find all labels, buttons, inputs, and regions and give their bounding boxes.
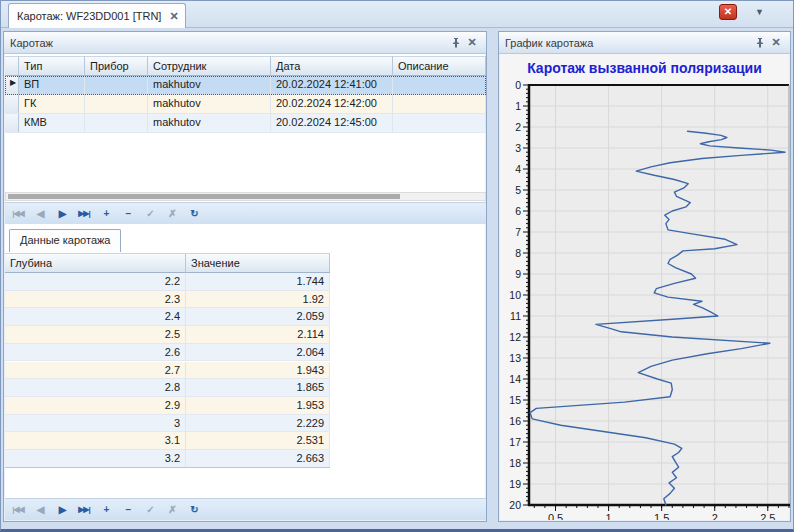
grid-cell[interactable]: 2.6 [5, 344, 186, 361]
table-row[interactable]: 2.81.865 [5, 379, 330, 397]
grid-cell[interactable]: ВП [19, 76, 85, 94]
pin-icon[interactable] [752, 35, 768, 51]
y-tick-label: 2 [515, 121, 521, 133]
column-header[interactable]: Глубина [5, 253, 186, 273]
y-tick-label: 5 [515, 184, 521, 196]
table-row[interactable]: ГКmakhutov20.02.2024 12:42:00 [5, 95, 486, 114]
grid-cell[interactable] [393, 95, 486, 113]
grid-cell[interactable]: 2.059 [186, 308, 330, 325]
nav-insert-button[interactable]: + [97, 501, 115, 519]
grid-cell[interactable]: 2.3 [5, 291, 186, 308]
y-tick-label: 13 [509, 352, 521, 364]
grid-cell[interactable]: 2.9 [5, 397, 186, 414]
grid-cell[interactable]: 2.064 [186, 344, 330, 361]
grid-cell[interactable] [393, 76, 486, 94]
tab-list-dropdown-icon[interactable]: ▼ [755, 7, 764, 17]
grid-cell[interactable]: 2.2 [5, 273, 186, 290]
nav-post-button[interactable]: ✓ [141, 205, 159, 223]
table-row[interactable]: 2.71.943 [5, 362, 330, 380]
y-tick-label: 1 [515, 100, 521, 112]
table-row[interactable]: 2.52.114 [5, 326, 330, 344]
table-row[interactable]: 2.62.064 [5, 344, 330, 362]
scrollbar-thumb[interactable] [8, 194, 400, 199]
grid-cell[interactable]: 3.2 [5, 450, 186, 467]
nav-next-button[interactable]: ▶ [53, 205, 71, 223]
nav-post-button[interactable]: ✓ [141, 501, 159, 519]
karotazh-panel-header: Каротаж ✕ [4, 32, 486, 54]
table-row[interactable]: 3.22.663 [5, 450, 330, 468]
grid-cell[interactable]: 1.92 [186, 291, 330, 308]
column-header[interactable]: Прибор [85, 56, 148, 76]
tab-dannye-karotazha[interactable]: Данные каротажа [9, 229, 121, 252]
table-row[interactable]: 2.31.92 [5, 291, 330, 309]
x-tick-label: 1.5 [654, 512, 669, 520]
table-row[interactable]: 2.91.953 [5, 397, 330, 415]
nav-prior-button[interactable]: ◀ [31, 501, 49, 519]
grid-cell[interactable]: 2.229 [186, 415, 330, 432]
table-row[interactable]: 2.42.059 [5, 308, 330, 326]
grid-cell[interactable]: 20.02.2024 12:42:00 [271, 95, 393, 113]
grid-cell[interactable]: 3 [5, 415, 186, 432]
close-icon[interactable]: ✕ [464, 35, 480, 51]
grid-cell[interactable]: 2.7 [5, 362, 186, 379]
grid-cell[interactable]: 2.8 [5, 379, 186, 396]
column-header[interactable]: Тип [19, 56, 85, 76]
table-row[interactable]: ▶ВПmakhutov20.02.2024 12:41:00 [5, 76, 486, 95]
grid-cell[interactable] [85, 95, 148, 113]
tab-karotazh-document[interactable]: Каротаж: WF23DD001 [TRN] ✕ [8, 3, 186, 28]
grid-cell[interactable]: 20.02.2024 12:45:00 [271, 114, 393, 132]
grid-cell[interactable]: 20.02.2024 12:41:00 [271, 76, 393, 94]
pin-icon[interactable] [448, 35, 464, 51]
grid-cell[interactable]: 1.943 [186, 362, 330, 379]
nav-insert-button[interactable]: + [97, 205, 115, 223]
grid-cell[interactable] [85, 114, 148, 132]
nav-first-button[interactable]: |◀◀ [9, 501, 27, 519]
close-document-button[interactable]: ✕ [719, 4, 737, 20]
table-row[interactable]: 2.21.744 [5, 273, 330, 291]
close-icon[interactable]: ✕ [768, 35, 784, 51]
grid-cell[interactable]: КМВ [19, 114, 85, 132]
table-row[interactable]: КМВmakhutov20.02.2024 12:45:00 [5, 114, 486, 133]
nav-cancel-button[interactable]: ✗ [163, 501, 181, 519]
nav-first-button[interactable]: |◀◀ [9, 205, 27, 223]
grid-cell[interactable]: 2.531 [186, 432, 330, 449]
tab-close-icon[interactable]: ✕ [169, 10, 178, 23]
column-header[interactable]: Описание [393, 56, 486, 76]
y-tick-label: 11 [510, 310, 521, 322]
grid-cell[interactable] [85, 76, 148, 94]
column-header[interactable]: Сотрудник [148, 56, 271, 76]
y-tick-label: 17 [509, 436, 521, 448]
nav-refresh-button[interactable]: ↻ [185, 205, 203, 223]
grid-cell[interactable]: 2.5 [5, 326, 186, 343]
horizontal-scrollbar[interactable] [5, 192, 486, 201]
grid-cell[interactable]: 3.1 [5, 432, 186, 449]
nav-cancel-button[interactable]: ✗ [163, 205, 181, 223]
grid-cell[interactable]: 1.953 [186, 397, 330, 414]
nav-last-button[interactable]: ▶▶| [75, 205, 93, 223]
chart-panel-title: График каротажа [505, 37, 593, 49]
nav-prior-button[interactable]: ◀ [31, 205, 49, 223]
nav-delete-button[interactable]: − [119, 501, 137, 519]
table-row[interactable]: 3.12.531 [5, 432, 330, 450]
grid-cell[interactable]: makhutov [148, 76, 271, 94]
tab-title: Каротаж: WF23DD001 [TRN] [17, 10, 161, 22]
column-header[interactable]: Значение [186, 253, 330, 273]
nav-last-button[interactable]: ▶▶| [75, 501, 93, 519]
grid-cell[interactable] [393, 114, 486, 132]
grid-cell[interactable]: ГК [19, 95, 85, 113]
column-header[interactable]: Дата [271, 56, 393, 76]
grid-cell[interactable]: makhutov [148, 114, 271, 132]
nav-refresh-button[interactable]: ↻ [185, 501, 203, 519]
nav-next-button[interactable]: ▶ [53, 501, 71, 519]
grid-cell[interactable]: makhutov [148, 95, 271, 113]
y-tick-label: 0 [515, 80, 521, 91]
grid-cell[interactable]: 2.663 [186, 450, 330, 467]
grid-cell[interactable]: 1.865 [186, 379, 330, 396]
grid-cell[interactable]: 2.4 [5, 308, 186, 325]
grid-cell[interactable]: 1.744 [186, 273, 330, 290]
nav-delete-button[interactable]: − [119, 205, 137, 223]
table-row[interactable]: 32.229 [5, 415, 330, 433]
grid-cell[interactable]: 2.114 [186, 326, 330, 343]
chart-title: Каротаж вызванной поляризации [499, 60, 790, 76]
y-tick-label: 15 [509, 394, 521, 406]
